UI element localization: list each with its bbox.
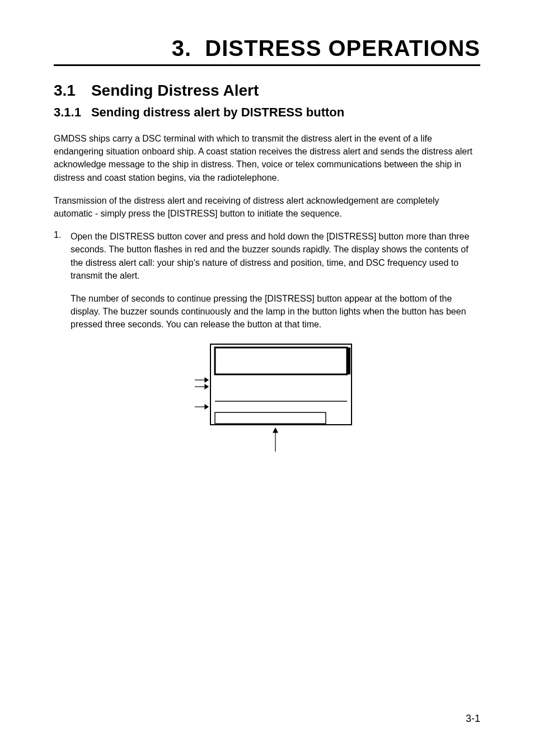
section-number: 3.1 (54, 82, 76, 100)
subsection-number: 3.1.1 (54, 105, 81, 120)
display-svg (191, 341, 359, 453)
svg-rect-10 (215, 412, 326, 424)
section-title-text: Sending Distress Alert (91, 82, 259, 99)
page-number: 3-1 (466, 713, 480, 725)
paragraph-2: Transmission of the distress alert and r… (54, 194, 480, 220)
list-item-1-number: 1. (54, 230, 71, 282)
subsection-title-text: Sending distress alert by DISTRESS butto… (91, 105, 344, 119)
svg-marker-1 (205, 378, 208, 382)
paragraph-1: GMDSS ships carry a DSC terminal with wh… (54, 132, 480, 184)
svg-rect-7 (215, 348, 347, 374)
chapter-title-text: DISTRESS OPERATIONS (205, 36, 480, 60)
section-title: 3.1Sending Distress Alert (54, 82, 480, 100)
list-item-1: 1. Open the DISTRESS button cover and pr… (54, 230, 480, 282)
subsection-title: 3.1.1Sending distress alert by DISTRESS … (54, 105, 480, 120)
svg-marker-5 (205, 405, 208, 409)
list-item-1-continued: The number of seconds to continue pressi… (71, 292, 480, 331)
chapter-number: 3. (172, 36, 191, 60)
svg-marker-3 (205, 384, 208, 389)
list-item-1-text: Open the DISTRESS button cover and press… (71, 230, 480, 282)
svg-marker-12 (273, 428, 278, 433)
svg-rect-8 (347, 348, 350, 374)
figure-display-diagram (71, 341, 480, 453)
chapter-title: 3. DISTRESS OPERATIONS (54, 36, 480, 66)
